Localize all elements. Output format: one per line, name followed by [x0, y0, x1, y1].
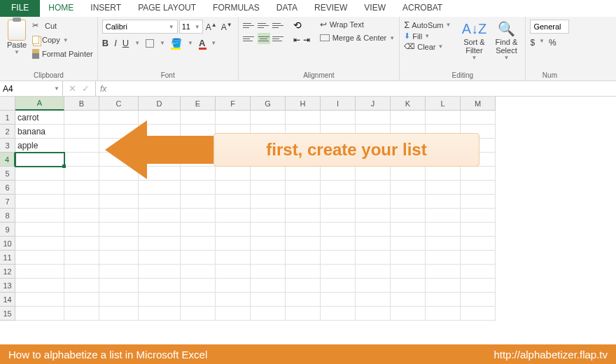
col-header-L[interactable]: L — [426, 97, 461, 111]
cell-F10[interactable] — [216, 237, 251, 251]
cell-K15[interactable] — [391, 307, 426, 321]
cell-K1[interactable] — [391, 111, 426, 125]
tab-home[interactable]: HOME — [40, 0, 82, 17]
col-header-H[interactable]: H — [286, 97, 321, 111]
cell-H11[interactable] — [286, 251, 321, 265]
cell-B6[interactable] — [64, 181, 99, 195]
cell-I11[interactable] — [321, 251, 356, 265]
shrink-font-button[interactable]: A▼ — [220, 22, 234, 32]
cell-I10[interactable] — [321, 237, 356, 251]
col-header-J[interactable]: J — [356, 97, 391, 111]
row-header-10[interactable]: 10 — [0, 237, 15, 251]
chevron-down-icon[interactable]: ▼ — [188, 40, 193, 46]
cell-D9[interactable] — [139, 223, 181, 237]
font-size-select[interactable]: 11▼ — [179, 20, 203, 34]
cell-L1[interactable] — [426, 111, 461, 125]
cell-D14[interactable] — [139, 293, 181, 307]
cell-F14[interactable] — [216, 293, 251, 307]
cell-A4[interactable] — [15, 153, 64, 167]
cell-C10[interactable] — [99, 237, 139, 251]
find-select-button[interactable]: 🔍 Find & Select ▼ — [491, 20, 521, 70]
fx-label[interactable]: fx — [96, 81, 111, 96]
cell-G15[interactable] — [251, 307, 286, 321]
tab-review[interactable]: REVIEW — [306, 0, 356, 17]
col-header-K[interactable]: K — [391, 97, 426, 111]
cell-M14[interactable] — [461, 293, 496, 307]
row-header-11[interactable]: 11 — [0, 251, 15, 265]
cell-G10[interactable] — [251, 237, 286, 251]
cell-F8[interactable] — [216, 209, 251, 223]
cell-M9[interactable] — [461, 223, 496, 237]
chevron-down-icon[interactable]: ▼ — [63, 37, 69, 43]
cell-D15[interactable] — [139, 307, 181, 321]
cell-I7[interactable] — [321, 195, 356, 209]
cell-C13[interactable] — [99, 279, 139, 293]
cell-A10[interactable] — [15, 237, 64, 251]
cell-D11[interactable] — [139, 251, 181, 265]
align-left-button[interactable] — [243, 33, 255, 44]
cell-E6[interactable] — [181, 181, 216, 195]
cell-H5[interactable] — [286, 167, 321, 181]
cell-E14[interactable] — [181, 293, 216, 307]
cell-G11[interactable] — [251, 251, 286, 265]
cell-A11[interactable] — [15, 251, 64, 265]
cell-B12[interactable] — [64, 265, 99, 279]
row-header-1[interactable]: 1 — [0, 111, 15, 125]
cell-C9[interactable] — [99, 223, 139, 237]
cell-L6[interactable] — [426, 181, 461, 195]
cell-I8[interactable] — [321, 209, 356, 223]
merge-center-button[interactable]: Merge & Center▼ — [320, 34, 396, 42]
align-right-button[interactable] — [272, 33, 285, 44]
cell-E7[interactable] — [181, 195, 216, 209]
cell-M5[interactable] — [461, 167, 496, 181]
align-center-button[interactable] — [258, 33, 270, 44]
cell-H13[interactable] — [286, 279, 321, 293]
cell-A9[interactable] — [15, 223, 64, 237]
chevron-down-icon[interactable]: ▼ — [424, 33, 430, 39]
cell-L15[interactable] — [426, 307, 461, 321]
cell-L13[interactable] — [426, 279, 461, 293]
cell-C11[interactable] — [99, 251, 139, 265]
cell-H6[interactable] — [286, 181, 321, 195]
cell-B4[interactable] — [64, 153, 99, 167]
col-header-G[interactable]: G — [251, 97, 286, 111]
name-box[interactable]: A4▼ — [0, 81, 63, 96]
cell-I13[interactable] — [321, 279, 356, 293]
cell-B10[interactable] — [64, 237, 99, 251]
increase-indent-button[interactable]: ⇥ — [303, 35, 310, 45]
cell-M6[interactable] — [461, 181, 496, 195]
cell-E11[interactable] — [181, 251, 216, 265]
cell-A6[interactable] — [15, 181, 64, 195]
cell-M10[interactable] — [461, 237, 496, 251]
format-painter-button[interactable]: Format Painter — [32, 48, 93, 60]
cell-M15[interactable] — [461, 307, 496, 321]
chevron-down-icon[interactable]: ▼ — [438, 43, 444, 50]
cell-H8[interactable] — [286, 209, 321, 223]
row-header-8[interactable]: 8 — [0, 209, 15, 223]
cell-A5[interactable] — [15, 167, 64, 181]
formula-input[interactable] — [111, 81, 616, 96]
cell-F13[interactable] — [216, 279, 251, 293]
cell-M7[interactable] — [461, 195, 496, 209]
cell-H12[interactable] — [286, 265, 321, 279]
row-header-15[interactable]: 15 — [0, 307, 15, 321]
cell-B8[interactable] — [64, 209, 99, 223]
select-all-corner[interactable] — [0, 97, 15, 111]
cell-F9[interactable] — [216, 223, 251, 237]
col-header-I[interactable]: I — [321, 97, 356, 111]
cell-H7[interactable] — [286, 195, 321, 209]
cell-A7[interactable] — [15, 195, 64, 209]
accept-formula-button[interactable]: ✓ — [82, 83, 90, 94]
tab-page-layout[interactable]: PAGE LAYOUT — [130, 0, 204, 17]
cell-H15[interactable] — [286, 307, 321, 321]
cell-L5[interactable] — [426, 167, 461, 181]
row-header-9[interactable]: 9 — [0, 223, 15, 237]
cell-M12[interactable] — [461, 265, 496, 279]
cell-I1[interactable] — [321, 111, 356, 125]
cell-B2[interactable] — [64, 125, 99, 139]
cell-J6[interactable] — [356, 181, 391, 195]
cell-G8[interactable] — [251, 209, 286, 223]
cell-C6[interactable] — [99, 181, 139, 195]
cell-B11[interactable] — [64, 251, 99, 265]
cell-D12[interactable] — [139, 265, 181, 279]
